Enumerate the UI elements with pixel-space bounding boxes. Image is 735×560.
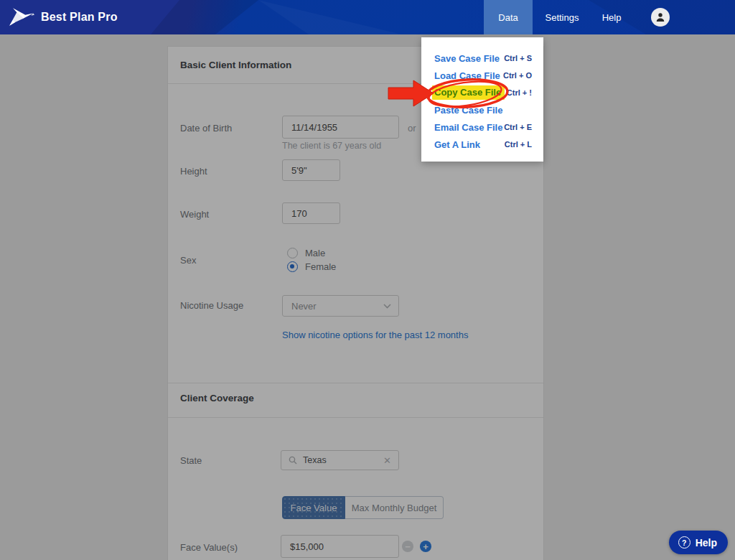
menu-item-email-case-file[interactable]: Email Case File Ctrl + E (434, 118, 532, 136)
menu-item-shortcut: Ctrl + L (505, 140, 532, 149)
help-fab-label: Help (696, 537, 717, 549)
app: Best Plan Pro Data Settings Help Basic C… (0, 0, 735, 560)
menu-item-label: Get A Link (434, 139, 480, 150)
brand[interactable]: Best Plan Pro (7, 0, 118, 34)
app-header: Best Plan Pro Data Settings Help (0, 0, 735, 34)
bird-logo-icon (7, 6, 34, 28)
menu-item-shortcut: Ctrl + S (504, 54, 532, 62)
menu-item-label: Email Case File (434, 122, 502, 133)
menu-item-label-highlighted: Copy Case File (432, 85, 505, 100)
menu-item-shortcut: Ctrl + O (503, 71, 532, 80)
menu-item-paste-case-file[interactable]: Paste Case File (434, 101, 532, 118)
menu-item-get-a-link[interactable]: Get A Link Ctrl + L (434, 136, 532, 153)
person-icon (655, 11, 666, 23)
menu-item-load-case-file[interactable]: Load Case File Ctrl + O (434, 67, 532, 84)
nav-tab-settings[interactable]: Settings (542, 0, 582, 34)
menu-item-save-case-file[interactable]: Save Case File Ctrl + S (434, 50, 532, 67)
top-nav: Data Settings Help (484, 0, 735, 34)
help-fab-button[interactable]: ? Help (669, 531, 728, 554)
nav-tab-data[interactable]: Data (484, 0, 533, 34)
menu-item-label: Save Case File (434, 53, 500, 64)
avatar[interactable] (651, 8, 670, 27)
brand-title: Best Plan Pro (41, 11, 118, 24)
menu-item-shortcut: Ctrl + ! (507, 88, 532, 97)
data-menu: Save Case File Ctrl + S Load Case File C… (421, 37, 543, 162)
question-icon: ? (678, 536, 690, 549)
nav-tab-help[interactable]: Help (601, 0, 622, 34)
menu-item-shortcut: Ctrl + E (504, 123, 532, 131)
menu-item-label: Paste Case File (434, 105, 502, 116)
menu-item-label: Load Case File (434, 70, 500, 81)
modal-overlay[interactable] (0, 34, 735, 560)
menu-item-copy-case-file[interactable]: Copy Case File Ctrl + ! (434, 84, 532, 101)
